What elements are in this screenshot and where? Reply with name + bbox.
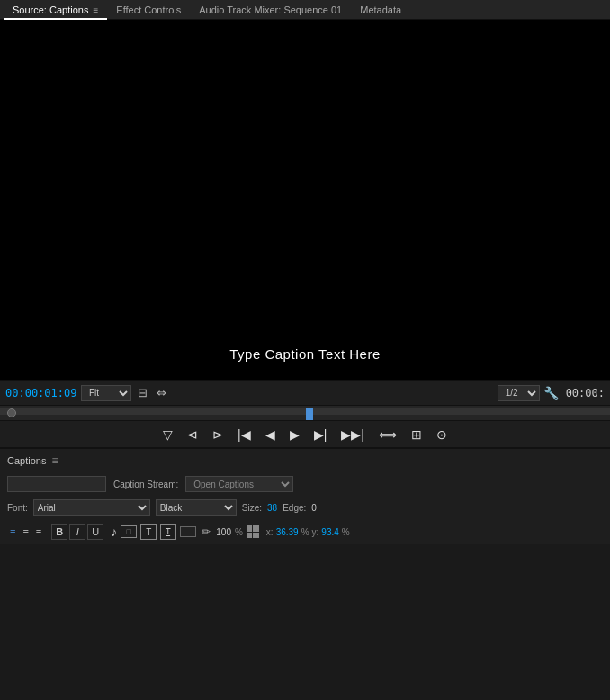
text-style-group: B I U <box>51 524 103 540</box>
preview-area: Type Caption Text Here <box>0 20 610 380</box>
x-label: x: <box>266 527 274 537</box>
size-value[interactable]: 38 <box>267 503 277 513</box>
grid-icon[interactable] <box>247 525 259 538</box>
mark-in-button[interactable]: ⊲ <box>183 426 202 444</box>
opacity-percent: % <box>235 527 243 537</box>
captions-panel: Captions ≡ 🔍 Caption Stream: Open Captio… <box>0 448 610 544</box>
y-label: y: <box>312 527 319 537</box>
caption-search-input[interactable] <box>7 476 106 492</box>
tab-menu-icon[interactable]: ≡ <box>93 5 98 15</box>
bold-button[interactable]: B <box>51 524 67 540</box>
color-select[interactable]: Black White Red <box>156 499 237 516</box>
scrub-circle[interactable] <box>7 408 16 417</box>
italic-button[interactable]: I <box>69 524 85 540</box>
captions-menu-icon[interactable]: ≡ <box>51 454 58 467</box>
edge-label: Edge: <box>283 503 306 513</box>
tab-audio-track-mixer[interactable]: Audio Track Mixer: Sequence 01 <box>190 0 351 20</box>
transport-row: 00:00:01:09 Fit 25% 50% 75% 100% ⊟ ⇔ 1/2… <box>0 380 610 405</box>
eyedropper-icon[interactable]: ✏ <box>200 525 212 538</box>
scrub-bar[interactable] <box>0 408 610 415</box>
export-frame-button[interactable]: ⊙ <box>432 426 452 444</box>
align-right-button[interactable]: ≡ <box>33 526 44 538</box>
step-forward-button[interactable]: ▶| <box>309 426 332 444</box>
overwrite-button[interactable]: ⊞ <box>407 426 426 444</box>
size-label: Size: <box>242 503 262 513</box>
underline-button[interactable]: U <box>87 524 103 540</box>
align-left-button[interactable]: ≡ <box>7 526 18 538</box>
step-back-button[interactable]: ◀ <box>261 426 280 444</box>
font-select[interactable]: Arial Helvetica Times New Roman <box>33 499 150 516</box>
align-group: ≡ ≡ ≡ <box>7 526 44 538</box>
bottom-area <box>0 544 610 661</box>
tab-effect-controls[interactable]: Effect Controls <box>107 0 190 20</box>
go-to-in-button[interactable]: |◀ <box>233 426 256 444</box>
go-to-out-button[interactable]: ▶▶| <box>336 426 369 444</box>
style-row: ≡ ≡ ≡ B I U ♪ □ T T̲ ✏ 100 % <box>0 519 610 544</box>
insert-button[interactable]: ⟺ <box>374 426 401 444</box>
captions-header: Captions ≡ <box>0 449 610 472</box>
box-outline-button[interactable]: □ <box>121 525 137 538</box>
x-value[interactable]: 36.39 <box>276 527 299 537</box>
x-unit: % <box>301 527 309 537</box>
y-unit: % <box>342 527 350 537</box>
text-style-button[interactable]: T <box>140 524 157 540</box>
position-group: x: 36.39 % y: 93.4 % <box>266 527 350 537</box>
add-marker-button[interactable]: ▽ <box>158 426 177 444</box>
captions-title: Captions <box>7 455 46 466</box>
scrub-row[interactable] <box>0 405 610 421</box>
tab-source-captions[interactable]: Source: Captions ≡ <box>4 0 107 20</box>
font-row: Font: Arial Helvetica Times New Roman Bl… <box>0 496 610 519</box>
color-swatch[interactable] <box>180 526 196 537</box>
playback-row: ▽ ⊲ ⊳ |◀ ◀ ▶ ▶| ▶▶| ⟺ ⊞ ⊙ <box>0 421 610 448</box>
font-label: Font: <box>7 503 28 513</box>
markers-button[interactable]: ⊟ <box>135 385 150 400</box>
dual-view-button[interactable]: ⇔ <box>154 385 169 400</box>
timecode-end: 00:00: <box>566 387 605 399</box>
align-center-button[interactable]: ≡ <box>20 526 31 538</box>
fit-dropdown[interactable]: Fit 25% 50% 75% 100% <box>81 385 131 401</box>
caption-stream-label: Caption Stream: <box>113 480 178 489</box>
play-button[interactable]: ▶ <box>285 426 304 444</box>
settings-icon[interactable]: 🔧 <box>543 386 559 400</box>
y-value[interactable]: 93.4 <box>321 527 338 537</box>
ratio-dropdown[interactable]: 1/2 1/4 Full <box>498 385 540 401</box>
caption-stream-select[interactable]: Open Captions Closed Captions <box>185 476 293 492</box>
text-outline-button[interactable]: T̲ <box>160 524 176 540</box>
caption-placeholder-text: Type Caption Text Here <box>229 346 380 362</box>
edge-value[interactable]: 0 <box>311 503 317 513</box>
search-wrapper: 🔍 <box>7 476 106 492</box>
opacity-value[interactable]: 100 <box>216 527 231 537</box>
captions-search-row: 🔍 Caption Stream: Open Captions Closed C… <box>0 472 610 496</box>
timecode-display: 00:00:01:09 <box>5 387 77 399</box>
scrub-indicator[interactable] <box>306 408 313 420</box>
tab-metadata[interactable]: Metadata <box>351 0 410 20</box>
mark-out-button[interactable]: ⊳ <box>208 426 228 444</box>
note-button[interactable]: ♪ <box>111 525 117 539</box>
tab-bar: Source: Captions ≡ Effect Controls Audio… <box>0 0 610 20</box>
